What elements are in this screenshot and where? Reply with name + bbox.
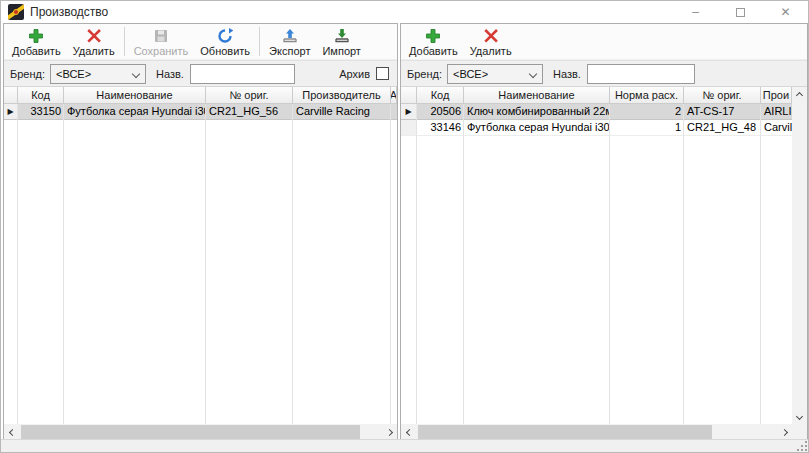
scroll-down-arrow[interactable] <box>792 408 807 424</box>
app-icon <box>8 4 24 20</box>
grid-column-line <box>390 104 391 424</box>
name-filter-input[interactable] <box>587 64 695 84</box>
cell-orig-number: CR21_HG_56 <box>206 104 293 119</box>
right-panel: Добавить Удалить Бренд: <ВСЕ> Назв. Код … <box>400 23 808 441</box>
table-row[interactable]: ▶ 20506 Ключ комбинированный 22мм (АТ 2 … <box>401 104 792 120</box>
left-panel: Добавить Удалить Сохранить Обновить Эксп… <box>3 23 398 441</box>
left-grid: Код Наименование № ориг. Производитель А… <box>4 87 397 424</box>
brand-dropdown[interactable]: <ВСЕ> <box>50 64 146 84</box>
scrollbar-corner <box>792 424 807 440</box>
refresh-icon <box>217 28 233 44</box>
scroll-left-arrow[interactable] <box>401 424 417 440</box>
left-horizontal-scrollbar[interactable] <box>4 424 397 440</box>
left-filter-bar: Бренд: <ВСЕ> Назв. Архив <box>4 60 397 87</box>
plus-icon <box>28 28 44 44</box>
app-window: Производство – ✕ Добавить Удалить Сохран… <box>0 0 809 453</box>
column-header[interactable]: № ориг. <box>206 87 293 103</box>
cell-orig-number: AT-CS-17 <box>684 104 761 119</box>
scroll-right-arrow[interactable] <box>381 424 397 440</box>
cell-code: 33146 <box>417 120 464 135</box>
name-filter-input[interactable] <box>190 64 295 84</box>
cell-manufacturer: Carville Ra <box>761 120 792 135</box>
archive-checkbox[interactable] <box>376 67 389 80</box>
brand-label: Бренд: <box>407 68 442 80</box>
brand-dropdown-value: <ВСЕ> <box>453 68 488 80</box>
plus-icon <box>425 28 441 44</box>
right-vertical-scrollbar[interactable] <box>792 87 807 424</box>
save-button: Сохранить <box>128 24 195 59</box>
export-icon <box>282 28 298 44</box>
row-indicator <box>401 120 417 135</box>
title-bar: Производство – ✕ <box>1 1 808 23</box>
import-icon <box>334 28 350 44</box>
brand-label: Бренд: <box>10 68 45 80</box>
name-label: Назв. <box>156 68 184 80</box>
scroll-up-arrow[interactable] <box>792 87 807 103</box>
column-header[interactable]: Код <box>18 87 64 103</box>
add-button[interactable]: Добавить <box>403 24 464 59</box>
maximize-icon <box>736 8 745 17</box>
right-toolbar: Добавить Удалить <box>401 24 807 59</box>
toolbar-separator <box>259 27 260 56</box>
column-header[interactable]: Норма расх. <box>610 87 684 103</box>
cell-norm: 2 <box>610 104 684 119</box>
brand-dropdown-value: <ВСЕ> <box>56 68 91 80</box>
left-toolbar: Добавить Удалить Сохранить Обновить Эксп… <box>4 24 397 59</box>
cell-code: 33150 <box>18 104 64 119</box>
scrollbar-track[interactable] <box>417 424 776 440</box>
brand-dropdown[interactable]: <ВСЕ> <box>447 64 543 84</box>
x-icon <box>483 28 499 44</box>
left-grid-header: Код Наименование № ориг. Производитель А <box>4 87 397 104</box>
cell-orig-number: CR21_HG_48 <box>684 120 761 135</box>
column-header[interactable]: Прои <box>761 87 792 103</box>
grid-column-line <box>416 104 417 424</box>
right-grid-header: Код Наименование Норма расх. № ориг. Про… <box>401 87 792 104</box>
archive-label: Архив <box>339 68 370 80</box>
row-indicator: ▶ <box>401 104 417 119</box>
cell-name: Футболка серая Hyundai i30 56 (C <box>64 104 206 119</box>
column-header[interactable]: № ориг. <box>684 87 761 103</box>
grid-column-line <box>609 104 610 424</box>
resize-grip[interactable] <box>797 441 807 451</box>
column-header[interactable]: Наименование <box>464 87 610 103</box>
delete-button[interactable]: Удалить <box>464 24 518 59</box>
status-bar <box>1 439 808 452</box>
right-horizontal-scrollbar[interactable] <box>401 424 792 440</box>
chevron-down-icon <box>132 69 140 77</box>
column-header[interactable]: Код <box>417 87 464 103</box>
cell-extra <box>391 104 397 119</box>
delete-button[interactable]: Удалить <box>67 24 121 59</box>
grid-column-line <box>17 104 18 424</box>
scrollbar-track[interactable] <box>20 424 381 440</box>
cell-code: 20506 <box>417 104 464 119</box>
maximize-button[interactable] <box>718 1 763 23</box>
column-header[interactable]: Наименование <box>64 87 206 103</box>
cell-manufacturer: AIRLINE <box>761 104 792 119</box>
x-icon <box>86 28 102 44</box>
grid-column-line <box>760 104 761 424</box>
add-button[interactable]: Добавить <box>6 24 67 59</box>
column-header[interactable]: А <box>391 87 397 103</box>
refresh-button[interactable]: Обновить <box>194 24 256 59</box>
table-row[interactable]: 33146 Футболка серая Hyundai i30 48 (C 1… <box>401 120 792 136</box>
import-button[interactable]: Импорт <box>316 24 366 59</box>
window-title: Производство <box>30 5 108 19</box>
chevron-down-icon <box>529 69 537 77</box>
scroll-right-arrow[interactable] <box>776 424 792 440</box>
grid-column-line <box>463 104 464 424</box>
name-label: Назв. <box>553 68 581 80</box>
row-indicator: ▶ <box>4 104 18 119</box>
toolbar-separator <box>124 27 125 56</box>
column-header[interactable]: Производитель <box>293 87 391 103</box>
cell-norm: 1 <box>610 120 684 135</box>
right-filter-bar: Бренд: <ВСЕ> Назв. <box>401 60 807 87</box>
export-button[interactable]: Экспорт <box>263 24 316 59</box>
right-grid: Код Наименование Норма расх. № ориг. Про… <box>401 87 792 424</box>
close-button[interactable]: ✕ <box>763 1 808 23</box>
scroll-left-arrow[interactable] <box>4 424 20 440</box>
scrollbar-thumb[interactable] <box>21 425 360 439</box>
minimize-button[interactable]: – <box>673 1 718 23</box>
grid-column-line <box>63 104 64 424</box>
scrollbar-thumb[interactable] <box>418 425 712 439</box>
save-icon <box>153 28 169 44</box>
